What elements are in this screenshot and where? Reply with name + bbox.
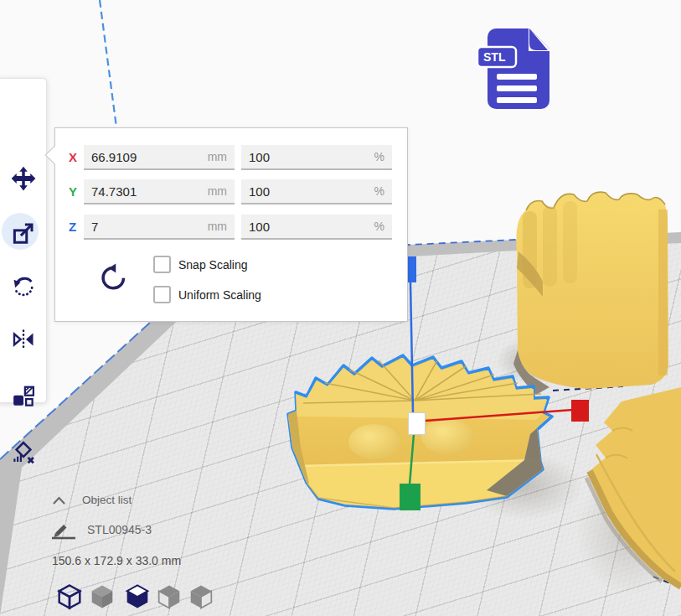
build-volume-z-edge	[100, 0, 116, 127]
scale-tool-panel: X mm % Y mm % Z mm %	[54, 127, 408, 322]
reset-arrow-icon	[99, 262, 127, 292]
uniform-scaling-label: Uniform Scaling	[178, 288, 261, 302]
object-item-name: STL00945-3	[87, 523, 152, 536]
per-model-settings-icon	[11, 384, 36, 409]
snap-scaling-label: Snap Scaling	[178, 258, 248, 272]
model-cup[interactable]	[513, 192, 668, 395]
rotate-icon	[11, 275, 36, 300]
scale-row-z: Z mm %	[55, 215, 407, 240]
scale-row-x: X mm %	[55, 145, 407, 170]
left-view-icon	[157, 583, 182, 610]
front-view-icon	[90, 583, 115, 610]
view-front-button[interactable]	[90, 583, 115, 610]
z-axis-label: Z	[69, 220, 76, 234]
stl-badge-label: STL	[483, 50, 506, 64]
per-model-settings-button[interactable]	[11, 384, 36, 409]
view-left-button[interactable]	[157, 583, 182, 610]
caret-up-icon	[52, 496, 66, 505]
x-size-input[interactable]	[84, 145, 235, 168]
scale-tool-button[interactable]	[11, 220, 36, 246]
support-blocker-icon	[11, 441, 36, 466]
move-icon	[11, 166, 36, 191]
y-percent-input[interactable]	[241, 179, 392, 203]
z-size-field-wrap: mm	[84, 215, 235, 240]
model-dimensions-label: 150.6 x 172.9 x 33.0 mm	[52, 554, 181, 567]
y-axis-label: Y	[69, 184, 77, 199]
3d-view-icon	[57, 583, 82, 610]
x-size-field-wrap: mm	[84, 145, 235, 170]
support-blocker-button[interactable]	[11, 441, 36, 466]
view-top-button[interactable]	[125, 583, 150, 610]
move-tool-button[interactable]	[11, 166, 36, 191]
y-size-field-wrap: mm	[84, 179, 235, 204]
uniform-scaling-checkbox[interactable]	[153, 286, 171, 303]
rotate-tool-button[interactable]	[11, 275, 36, 300]
view-3d-button[interactable]	[57, 583, 82, 610]
object-list-title: Object list	[82, 494, 132, 506]
snap-scaling-checkbox[interactable]	[153, 256, 171, 273]
stl-file-icon: STL	[476, 27, 555, 112]
x-axis-label: X	[69, 150, 77, 164]
center-scale-handle[interactable]	[408, 412, 426, 435]
scale-row-y: Y mm %	[55, 179, 407, 204]
y-scale-handle[interactable]	[400, 484, 420, 510]
y-percent-field-wrap: %	[241, 179, 392, 204]
x-percent-field-wrap: %	[241, 145, 392, 170]
x-scale-handle[interactable]	[571, 400, 589, 422]
scale-icon	[11, 220, 36, 246]
right-view-icon	[188, 583, 214, 610]
mirror-tool-button[interactable]	[11, 327, 36, 352]
z-size-input[interactable]	[84, 215, 235, 238]
x-percent-input[interactable]	[241, 145, 392, 168]
top-view-icon	[125, 583, 150, 610]
z-percent-input[interactable]	[241, 215, 392, 238]
y-size-input[interactable]	[84, 179, 235, 203]
view-right-button[interactable]	[188, 583, 214, 610]
mirror-icon	[11, 327, 36, 352]
pencil-icon	[49, 520, 77, 541]
tool-sidebar	[0, 78, 47, 403]
z-percent-field-wrap: %	[241, 215, 392, 240]
reset-scale-button[interactable]	[99, 262, 127, 292]
